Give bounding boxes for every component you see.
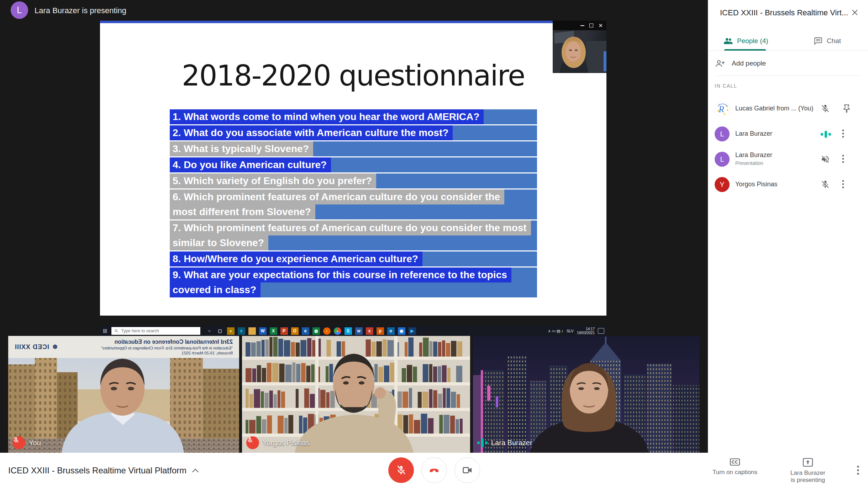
taskbar-app-icon[interactable]: p xyxy=(377,327,384,335)
webcam-window: ✕ xyxy=(553,21,606,73)
search-input[interactable] xyxy=(121,328,198,334)
notification-center-icon[interactable] xyxy=(598,328,604,334)
iced-logo: ❄ICED XXIII xyxy=(15,343,58,351)
question-row: 5. Which variety of English do you prefe… xyxy=(170,173,537,188)
tray-language[interactable]: SLV xyxy=(567,329,574,333)
tile-lara-label: Lara Burazer xyxy=(477,436,532,449)
participant-row: L Lara Burazer xyxy=(708,121,868,147)
video-tile-lara[interactable]: Lara Burazer xyxy=(473,336,699,453)
taskbar-app-icon[interactable]: ◗ xyxy=(323,327,331,335)
windows-taskbar: ⊞ ○▢●eWXPOe◍◗●Swxpo◉▶ ∧ ▭ ▤ ♪ SLV 14:17 … xyxy=(100,326,606,336)
taskbar-app-icon[interactable]: o xyxy=(387,327,395,335)
taskbar-app-icon[interactable]: ● xyxy=(227,327,235,335)
taskbar-app-icon[interactable]: ◍ xyxy=(312,327,320,335)
question-row: 1. What words come to mind when you hear… xyxy=(170,109,537,124)
question-row: 6. Which prominent features of American … xyxy=(170,190,537,219)
taskbar-app-icon[interactable]: O xyxy=(291,327,299,335)
close-icon xyxy=(851,9,858,16)
taskbar-app-icon[interactable] xyxy=(248,327,256,335)
slide-title: 2018-2020 questionnaire xyxy=(100,59,606,92)
hang-up-icon xyxy=(428,464,440,476)
camera-button[interactable] xyxy=(454,457,480,483)
participant-more-button[interactable] xyxy=(842,129,844,138)
participant-name: Lara Burazer xyxy=(735,130,772,137)
maximize-icon[interactable] xyxy=(589,24,593,27)
speaker-off-icon xyxy=(821,155,830,164)
present-icon xyxy=(803,458,813,467)
taskbar-app-icon[interactable]: ▶ xyxy=(409,327,416,335)
avatar: R xyxy=(715,101,730,117)
tile-you-label: You xyxy=(12,436,41,449)
question-row: 3. What is typically Slovene? xyxy=(170,141,537,156)
speaking-indicator-icon xyxy=(821,130,831,139)
minimize-icon[interactable] xyxy=(580,25,584,26)
participant-more-button[interactable] xyxy=(842,155,844,163)
close-icon[interactable]: ✕ xyxy=(598,23,603,28)
mute-button[interactable] xyxy=(388,457,414,483)
question-text: 6. Which prominent features of American … xyxy=(170,190,504,204)
question-text: 5. Which variety of English do you prefe… xyxy=(170,173,376,188)
search-icon xyxy=(114,329,119,333)
turn-on-captions-button[interactable]: Turn on captions xyxy=(705,458,765,476)
people-panel: ICED XXIII - Brussels Realtime Virt... P… xyxy=(708,0,868,453)
pin-button[interactable] xyxy=(842,104,851,113)
participant-row: Y Yorgos Pisinas xyxy=(708,172,868,197)
tile-lara-scene xyxy=(473,336,699,453)
leave-call-button[interactable] xyxy=(421,457,447,483)
mic-off-status-icon xyxy=(821,104,830,113)
mic-off-badge xyxy=(12,436,25,449)
video-tile-you[interactable]: 23rd International Conference on Educati… xyxy=(8,336,239,453)
backdrop-line3: Brussels, 19-20 March 2021 xyxy=(101,351,233,355)
question-list: 1. What words come to mind when you hear… xyxy=(170,109,537,298)
system-tray: ∧ ▭ ▤ ♪ SLV 14:17 19/03/2021 xyxy=(548,327,606,335)
question-text: 8. How/Where do you experience American … xyxy=(170,251,422,266)
taskbar-app-icon[interactable]: e xyxy=(238,327,245,335)
participant-row: L Lara Burazer Presentation xyxy=(708,147,868,172)
tab-chat[interactable]: Chat xyxy=(814,31,841,51)
presenting-banner-text: Lara Burazer is presenting xyxy=(35,6,126,15)
tile-name: Yorgos Pisinas xyxy=(263,439,310,447)
meeting-name[interactable]: ICED XXIII - Brussels Realtime Virtual P… xyxy=(8,453,199,488)
taskbar-app-icon[interactable]: x xyxy=(366,327,373,335)
tile-name: You xyxy=(29,439,41,447)
tray-glyphs: ∧ ▭ ▤ ♪ xyxy=(548,329,563,333)
tab-people[interactable]: People (4) xyxy=(724,31,768,51)
scrollbar[interactable] xyxy=(604,51,606,71)
avatar: Y xyxy=(715,177,730,192)
taskbar-app-icon[interactable]: W xyxy=(259,327,267,335)
taskbar-app-icon[interactable]: X xyxy=(270,327,277,335)
people-icon xyxy=(724,37,733,45)
taskbar-app-icon[interactable]: ● xyxy=(334,327,341,335)
taskbar-app-icons[interactable]: ○▢●eWXPOe◍◗●Swxpo◉▶ xyxy=(206,327,416,335)
start-button-icon[interactable]: ⊞ xyxy=(103,328,107,334)
taskbar-app-icon[interactable]: S xyxy=(344,327,352,335)
more-options-button[interactable] xyxy=(852,464,864,476)
question-row: 9. What are your expectations for this c… xyxy=(170,268,537,297)
camera-icon xyxy=(462,464,473,476)
video-tile-yorgos[interactable]: Yorgos Pisinas xyxy=(242,336,470,453)
taskbar-app-icon[interactable]: e xyxy=(302,327,309,335)
question-text: 4. Do you like American culture? xyxy=(170,157,331,172)
participant-row: R Lucas Gabriel from ... (You) xyxy=(708,96,868,121)
taskbar-app-icon[interactable]: P xyxy=(280,327,288,335)
add-people-button[interactable]: Add people xyxy=(708,53,868,73)
question-row: 4. Do you like American culture? xyxy=(170,157,537,172)
taskbar-app-icon[interactable]: ◉ xyxy=(398,327,405,335)
tray-clock[interactable]: 14:17 19/03/2021 xyxy=(577,327,595,335)
taskbar-app-icon[interactable]: w xyxy=(355,327,363,335)
taskbar-app-icon[interactable]: ○ xyxy=(206,327,213,335)
chevron-up-icon xyxy=(191,468,199,473)
mic-off-icon xyxy=(246,436,253,443)
close-panel-button[interactable] xyxy=(849,7,860,18)
taskbar-search[interactable] xyxy=(111,327,201,335)
question-text: 9. What are your expectations for this c… xyxy=(170,268,511,282)
taskbar-app-icon[interactable]: ▢ xyxy=(216,327,224,335)
slide-top-strip xyxy=(100,21,606,23)
panel-title: ICED XXIII - Brussels Realtime Virt... xyxy=(720,8,848,17)
presenting-status-button[interactable]: Lara Burazer is presenting xyxy=(778,458,838,484)
person-add-icon xyxy=(715,59,725,68)
webcam-titlebar: ✕ xyxy=(553,21,606,30)
participant-more-button[interactable] xyxy=(842,180,844,188)
backdrop-line2: "Education in the Post-pandemic Era: Fro… xyxy=(101,346,233,351)
avatar: L xyxy=(715,126,730,141)
